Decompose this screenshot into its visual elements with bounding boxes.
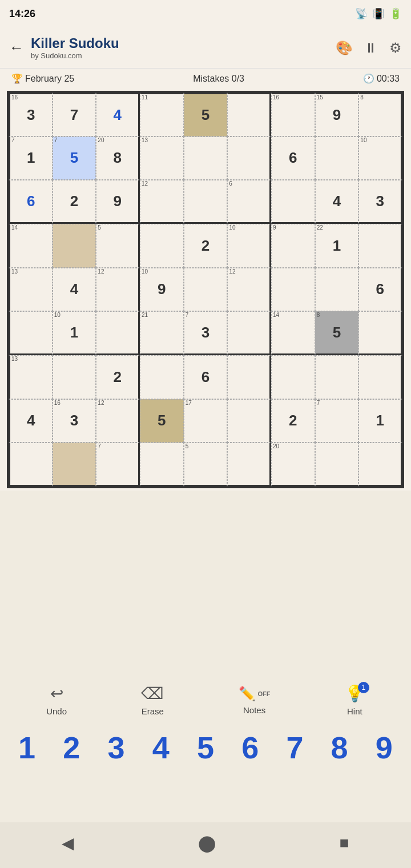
numpad-9[interactable]: 9 [365,730,404,765]
palette-icon[interactable]: 🎨 [336,40,353,56]
cell-r6c7[interactable]: 14 [271,311,315,355]
cell-r6c3[interactable] [96,311,140,355]
cell-r8c6[interactable] [227,399,271,443]
cell-r2c5[interactable] [184,136,228,180]
cell-r2c4[interactable]: 13 [140,136,184,180]
cell-r3c9[interactable]: 3 [358,180,402,224]
numpad-8[interactable]: 8 [320,730,359,765]
cell-r5c1[interactable]: 13 [9,268,53,312]
cell-r7c2[interactable] [53,355,96,399]
cell-r6c8[interactable]: 85 [315,311,359,355]
numpad-5[interactable]: 5 [186,730,225,765]
cell-r4c8[interactable]: 221 [315,224,359,268]
cell-r2c1[interactable]: 71 [9,136,53,180]
cell-r1c9[interactable]: 8 [358,93,402,136]
cell-r7c1[interactable]: 13 [9,355,53,399]
cell-r1c6[interactable] [227,93,271,136]
cell-r7c8[interactable] [315,355,359,399]
cell-r8c5[interactable]: 17 [184,399,228,443]
back-button[interactable]: ← [9,39,24,57]
cell-r4c3[interactable]: 5 [96,224,140,268]
cell-r8c2[interactable]: 163 [53,399,96,443]
cell-r6c1[interactable] [9,311,53,355]
cell-r5c7[interactable] [271,268,315,312]
cell-r3c2[interactable]: 2 [53,180,96,224]
cell-r8c7[interactable]: 2 [271,399,315,443]
numpad-3[interactable]: 3 [97,730,136,765]
erase-button[interactable]: ⌫ Erase [141,684,164,716]
cell-r5c6[interactable]: 12 [227,268,271,312]
cell-r4c6[interactable]: 10 [227,224,271,268]
cell-r6c5[interactable]: 73 [184,311,228,355]
cell-r3c8[interactable]: 4 [315,180,359,224]
cell-r8c9[interactable]: 1 [358,399,402,443]
cell-r7c7[interactable] [271,355,315,399]
cell-r1c8[interactable]: 159 [315,93,359,136]
cell-r1c4[interactable]: 11 [140,93,184,136]
cell-r4c9[interactable] [358,224,402,268]
cell-r3c1[interactable]: 6 [9,180,53,224]
cell-r7c9[interactable] [358,355,402,399]
cell-r1c1[interactable]: 163 [9,93,53,136]
cell-r9c1[interactable] [9,443,53,487]
cell-r7c6[interactable] [227,355,271,399]
cell-r3c7[interactable] [271,180,315,224]
cell-r9c6[interactable] [227,443,271,487]
cell-r2c3[interactable]: 208 [96,136,140,180]
cell-r9c9[interactable] [358,443,402,487]
cell-r5c3[interactable]: 12 [96,268,140,312]
cell-r5c5[interactable] [184,268,228,312]
cell-r3c6[interactable]: 6 [227,180,271,224]
cell-r3c3[interactable]: 9 [96,180,140,224]
cell-r9c8[interactable] [315,443,359,487]
undo-button[interactable]: ↩ Undo [46,684,67,716]
settings-icon[interactable]: ⚙ [389,40,402,56]
cell-r2c7[interactable]: 6 [271,136,315,180]
cell-r6c6[interactable] [227,311,271,355]
cell-r4c7[interactable]: 9 [271,224,315,268]
cell-r4c2[interactable] [53,224,96,268]
cell-r7c3[interactable]: 2 [96,355,140,399]
nav-recents-button[interactable]: ■ [340,834,349,852]
cell-r5c2[interactable]: 4 [53,268,96,312]
cell-r8c1[interactable]: 4 [9,399,53,443]
cell-r4c4[interactable] [140,224,184,268]
numpad-4[interactable]: 4 [142,730,180,765]
nav-home-button[interactable]: ⬤ [198,834,216,853]
cell-r7c5[interactable]: 6 [184,355,228,399]
cell-r2c8[interactable] [315,136,359,180]
cell-r1c2[interactable]: 7 [53,93,96,136]
numpad-7[interactable]: 7 [275,730,314,765]
cell-r3c4[interactable]: 12 [140,180,184,224]
numpad-6[interactable]: 6 [231,730,269,765]
nav-back-button[interactable]: ◀ [62,834,74,853]
cell-r9c4[interactable] [140,443,184,487]
cell-r2c2[interactable]: 75 [53,136,96,180]
cell-r8c3[interactable]: 12 [96,399,140,443]
cell-r6c4[interactable]: 21 [140,311,184,355]
cell-r2c9[interactable]: 10 [358,136,402,180]
cell-r4c5[interactable]: 2 [184,224,228,268]
numpad-1[interactable]: 1 [7,730,46,765]
cell-r6c9[interactable] [358,311,402,355]
cell-r5c8[interactable] [315,268,359,312]
cell-r4c1[interactable]: 14 [9,224,53,268]
cell-r5c4[interactable]: 109 [140,268,184,312]
cell-r6c2[interactable]: 101 [53,311,96,355]
cell-r7c4[interactable] [140,355,184,399]
cell-r1c7[interactable]: 16 [271,93,315,136]
cell-r8c4[interactable]: 5 [140,399,184,443]
hint-button[interactable]: 💡 1 Hint [345,684,365,716]
cell-r2c6[interactable] [227,136,271,180]
cell-r3c5[interactable] [184,180,228,224]
cell-r9c5[interactable]: 5 [184,443,228,487]
sudoku-grid[interactable]: 163 7 4 11 5 16 159 8 [7,91,404,488]
notes-button[interactable]: ✏️ OFF Notes [239,686,271,715]
numpad-2[interactable]: 2 [52,730,91,765]
cell-r5c9[interactable]: 6 [358,268,402,312]
cell-r1c5[interactable]: 5 [184,93,228,136]
cell-r8c8[interactable]: 7 [315,399,359,443]
cell-r9c7[interactable]: 20 [271,443,315,487]
pause-icon[interactable]: ⏸ [364,40,378,56]
cell-r1c3[interactable]: 4 [96,93,140,136]
